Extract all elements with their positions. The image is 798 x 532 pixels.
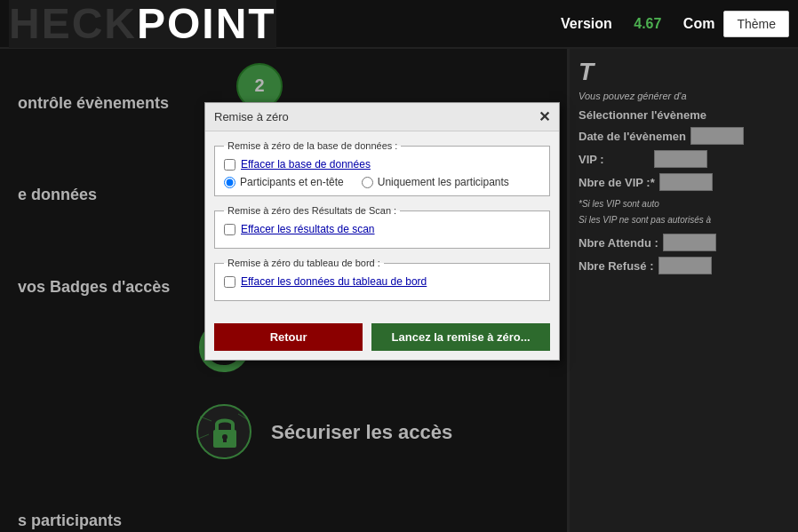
scan-checkbox-row: Effacer les résultats de scan [224, 223, 540, 235]
scan-fieldset: Remise à zéro des Résultats de Scan : Ef… [214, 205, 550, 249]
radio-participants-entete: Participants et en-tête [224, 176, 344, 188]
tableau-legend: Remise à zéro du tableau de bord : [224, 258, 384, 268]
logo-point: POINT [137, 0, 276, 48]
tableau-checkbox-label[interactable]: Effacer les données du tableau de bord [241, 275, 427, 288]
scan-legend: Remise à zéro des Résultats de Scan : [224, 205, 400, 216]
logo-heck: HECK [9, 0, 137, 48]
modal-buttons: Retour Lancez la remise à zéro... [205, 319, 559, 360]
database-radio-row: Participants et en-tête Uniquement les p… [224, 176, 540, 188]
tableau-checkbox[interactable] [224, 276, 235, 288]
scan-checkbox-label[interactable]: Effacer les résultats de scan [241, 223, 375, 235]
database-checkbox-label[interactable]: Effacer la base de données [241, 158, 371, 171]
lancer-button[interactable]: Lancez la remise à zéro... [371, 323, 550, 351]
radio-participants-entete-label[interactable]: Participants et en-tête [240, 176, 344, 188]
header: HECKPOINT Version 4.67 Com Thème [0, 0, 798, 49]
version-number: 4.67 [634, 16, 661, 32]
database-checkbox[interactable] [224, 159, 235, 171]
modal-title: Remise à zéro [214, 110, 289, 123]
retour-button[interactable]: Retour [214, 323, 363, 351]
tableau-checkbox-row: Effacer les données du tableau de bord [224, 275, 540, 288]
header-right: Version 4.67 Com Thème [561, 11, 789, 37]
radio-participants-entete-input[interactable] [224, 177, 235, 188]
scan-checkbox[interactable] [224, 224, 235, 235]
version-label: Version [561, 16, 612, 32]
modal-dialog: Remise à zéro ✕ Remise à zéro de la base… [204, 102, 560, 361]
radio-uniquement-participants: Uniquement les participants [362, 176, 509, 188]
database-fieldset: Remise à zéro de la base de données : Ef… [214, 140, 550, 196]
radio-uniquement-participants-input[interactable] [362, 177, 373, 188]
database-checkbox-row: Effacer la base de données [224, 158, 540, 171]
tableau-fieldset: Remise à zéro du tableau de bord : Effac… [214, 258, 550, 301]
version-suffix: Com [683, 16, 715, 32]
modal-close-button[interactable]: ✕ [539, 108, 550, 125]
database-legend: Remise à zéro de la base de données : [224, 140, 401, 151]
modal-titlebar: Remise à zéro ✕ [205, 103, 559, 131]
main-content: ontrôle évènements e données vos Badges … [0, 49, 798, 532]
theme-button[interactable]: Thème [723, 11, 789, 37]
modal-body: Remise à zéro de la base de données : Ef… [205, 131, 559, 319]
radio-uniquement-participants-label[interactable]: Uniquement les participants [378, 176, 509, 188]
logo: HECKPOINT [9, 0, 276, 48]
